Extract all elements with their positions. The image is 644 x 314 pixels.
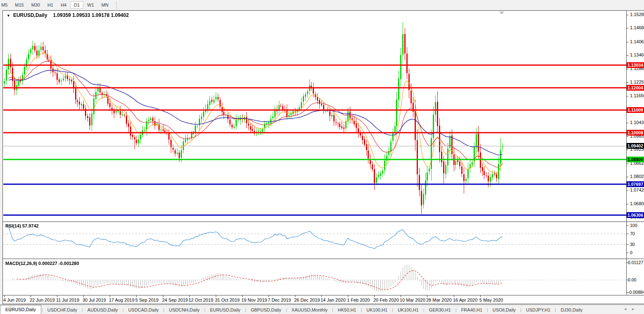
tabs-scroll-right-icon[interactable]: ▸	[632, 307, 640, 311]
timeframe-button-h1[interactable]: H1	[44, 1, 57, 9]
tab-usoil-daily-13[interactable]: USOil,Daily	[488, 306, 520, 314]
tab-usdjpy-h1-14[interactable]: USDJPY,H1	[522, 306, 554, 314]
time-label: 5 May 2020	[479, 298, 503, 302]
time-label: 30 Jul 2019	[83, 298, 106, 302]
tab-eurusd-daily-0[interactable]: EURUSD,Daily	[0, 305, 41, 314]
time-tick-mark	[454, 295, 454, 297]
chart-dropdown-icon[interactable]: ▼	[7, 14, 10, 18]
macd-timeaxis-divider	[3, 295, 644, 295]
time-tick-mark	[83, 295, 84, 297]
timeframe-button-m30[interactable]: M30	[28, 1, 44, 9]
time-tick-mark	[110, 295, 110, 297]
time-tick-mark	[242, 295, 243, 297]
toolbar-separator	[116, 1, 117, 9]
rsi-tick-label: 30	[630, 242, 635, 247]
price-tick-label: 1.15280	[630, 12, 644, 17]
time-label: 20 Feb 2020	[373, 298, 399, 302]
rsi-tick-label: 100	[630, 223, 637, 228]
tab-xauusd-monthly-7[interactable]: XAUUSD,Monthly	[288, 306, 332, 314]
time-label: 10 Mar 2020	[400, 298, 425, 302]
time-label: 12 Oct 2019	[189, 298, 213, 302]
tab-gbpusd-daily-6[interactable]: GBPUSD,Daily	[247, 306, 285, 314]
macd-tick-label: 0.00	[628, 277, 636, 282]
price-tick-mark	[626, 42, 628, 42]
time-tick-mark	[136, 295, 137, 297]
time-tick-mark	[321, 295, 322, 297]
price-tick-label: 1.07420	[630, 187, 644, 192]
price-level-badge: 1.11009	[627, 107, 644, 113]
time-tick-mark	[427, 295, 427, 297]
price-tick-mark	[626, 123, 628, 123]
time-tick-mark	[269, 295, 269, 297]
timeframe-button-d1[interactable]: D1	[70, 1, 83, 9]
rsi-tick-label: 0	[630, 250, 632, 255]
tab-usdchf-daily-1[interactable]: USDCHF,Daily	[43, 306, 81, 314]
time-tick-mark	[216, 295, 216, 297]
timeframe-button-mn[interactable]: MN	[98, 1, 112, 9]
time-tick-mark	[31, 295, 31, 297]
price-tick-label: 1.06805	[630, 201, 644, 206]
chart-shift-marker[interactable]	[499, 12, 504, 14]
time-label: 26 Dec 2019	[294, 298, 320, 302]
price-tick-mark	[626, 55, 628, 56]
price-tick-label: 1.08020	[630, 174, 644, 179]
tab-dj30-daily-15[interactable]: DJ30,Daily	[557, 306, 587, 314]
price-tick-mark	[626, 15, 628, 15]
time-label: 28 Mar 2020	[426, 298, 452, 302]
time-tick-mark	[163, 295, 163, 297]
rsi-tick-mark	[626, 225, 628, 226]
timeframe-button-m5[interactable]: M5	[0, 1, 11, 9]
macd-tick-label: -0.00884	[628, 290, 644, 295]
price-tick-label: 1.11650	[630, 93, 644, 98]
timeframe-button-h4[interactable]: H4	[57, 1, 70, 9]
price-level-badge: 1.12004	[627, 85, 644, 91]
time-tick-mark	[401, 295, 401, 297]
price-tick-mark	[626, 177, 628, 177]
tab-usdcad-daily-3[interactable]: USDCAD,Daily	[124, 306, 163, 314]
price-level-badge: 1.08800	[627, 157, 644, 162]
macd-tick-label: 0.011277	[628, 260, 644, 265]
macd-canvas[interactable]	[3, 260, 626, 295]
tab-uk100-h1-10[interactable]: UK100,H1	[394, 306, 423, 314]
time-label: 14 Jan 2020	[321, 298, 346, 302]
price-tick-label: 1.13465	[630, 52, 644, 57]
macd-indicator-label: MACD(12,26,9) 0.000227 -0.001280	[5, 261, 79, 266]
rsi-indicator-label: RSI(14) 57.9742	[5, 223, 39, 228]
tab-usdcnh-daily-4[interactable]: USDCNH,Daily	[165, 306, 204, 314]
rsi-tick-label: 70	[630, 231, 635, 236]
tab-audusd-daily-2[interactable]: AUDUSD,Daily	[83, 306, 122, 314]
time-tick-mark	[295, 295, 295, 297]
tab-eurusd-daily-5[interactable]: EURUSD,Daily	[206, 306, 245, 314]
current-price-badge: 1.09402	[627, 143, 644, 149]
time-tick-mark	[189, 295, 190, 297]
time-tick-mark	[57, 295, 57, 297]
price-tick-label: 1.14680	[630, 25, 644, 30]
tabs-scroll-left-icon[interactable]: ◂	[624, 307, 632, 311]
main-chart-canvas[interactable]	[3, 10, 626, 221]
tab-hk50-h1-8[interactable]: HK50,H1	[334, 306, 361, 314]
timeframe-button-m15[interactable]: M15	[11, 1, 27, 9]
time-tick-mark	[480, 295, 481, 297]
timeframe-button-w1[interactable]: W1	[83, 1, 98, 9]
time-label: 22 Jun 2019	[30, 298, 55, 302]
main-rsi-splitter[interactable]	[3, 221, 644, 222]
chart-title: ▼EURUSD,Daily1.09359 1.09533 1.09178 1.0…	[7, 12, 129, 18]
time-label: 16 Apr 2020	[453, 298, 477, 302]
price-tick-mark	[626, 28, 628, 28]
time-label: 31 Oct 2019	[215, 298, 240, 302]
tab-ger30-h1-11[interactable]: GER30,H1	[425, 306, 455, 314]
price-tick-mark	[626, 96, 628, 96]
time-tick-mark	[348, 295, 348, 297]
rsi-macd-splitter[interactable]	[3, 258, 644, 259]
time-tick-mark	[374, 295, 375, 297]
price-tick-mark	[626, 69, 628, 69]
tabs-scroll-arrows: ◂▸	[624, 307, 640, 311]
tab-uk100-h1-9[interactable]: UK100,H1	[362, 306, 392, 314]
chart-symbol-label: EURUSD,Daily	[13, 12, 47, 18]
chart-ohlc-values: 1.09359 1.09533 1.09178 1.09402	[53, 12, 129, 18]
time-label: 5 Sep 2019	[135, 298, 158, 302]
chart-tabs-bar: EURUSD,Daily|USDCHF,Daily|AUDUSD,Daily|U…	[0, 305, 644, 314]
price-level-badge: 1.10008	[627, 130, 644, 136]
tab-fra40-h1-12[interactable]: FRA40,H1	[457, 306, 486, 314]
rsi-canvas[interactable]	[3, 222, 626, 258]
